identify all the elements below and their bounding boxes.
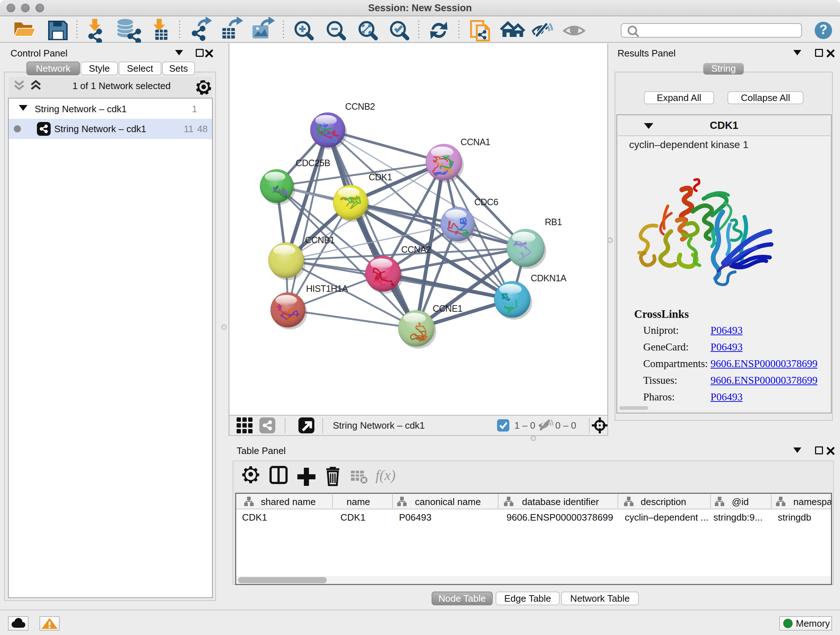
svg-text:CDK1: CDK1 bbox=[340, 512, 365, 523]
svg-text:CCNB2: CCNB2 bbox=[345, 101, 375, 111]
svg-text:canonical name: canonical name bbox=[415, 496, 481, 507]
svg-text:9606.ENSP00000378699: 9606.ENSP00000378699 bbox=[507, 512, 613, 523]
svg-text:48: 48 bbox=[197, 124, 208, 134]
svg-text:@id: @id bbox=[732, 496, 749, 507]
svg-text:stringdb:9...: stringdb:9... bbox=[714, 512, 763, 523]
svg-text:0 – 0: 0 – 0 bbox=[555, 420, 576, 431]
svg-text:database identifier: database identifier bbox=[522, 496, 599, 507]
svg-text:String Network – cdk1: String Network – cdk1 bbox=[54, 124, 146, 134]
svg-text:?: ? bbox=[819, 22, 827, 37]
svg-text:String Network – cdk1: String Network – cdk1 bbox=[35, 103, 126, 114]
svg-text:CCNA2: CCNA2 bbox=[401, 244, 431, 255]
svg-text:Memory: Memory bbox=[796, 618, 830, 629]
svg-text:CCNA1: CCNA1 bbox=[461, 137, 490, 147]
svg-text:stringdb: stringdb bbox=[778, 512, 812, 523]
svg-text:name: name bbox=[347, 496, 370, 507]
svg-text:CDK1: CDK1 bbox=[242, 512, 267, 523]
svg-text:namespace: namespace bbox=[793, 496, 831, 507]
svg-text:shared name: shared name bbox=[261, 496, 316, 507]
svg-text:f(x): f(x) bbox=[376, 467, 396, 483]
svg-text:String Network – cdk1: String Network – cdk1 bbox=[333, 420, 425, 431]
svg-text:11: 11 bbox=[184, 124, 194, 134]
svg-text:P06493: P06493 bbox=[399, 512, 431, 523]
svg-text:CCNE1: CCNE1 bbox=[433, 303, 462, 314]
svg-text:CDK1: CDK1 bbox=[369, 172, 392, 182]
svg-text:CDKN1A: CDKN1A bbox=[531, 273, 567, 283]
svg-text:HIST1H1A: HIST1H1A bbox=[306, 283, 348, 294]
svg-text:CDC25B: CDC25B bbox=[295, 158, 330, 168]
svg-text:description: description bbox=[641, 496, 686, 507]
svg-text:CDC6: CDC6 bbox=[474, 197, 498, 207]
svg-text:1: 1 bbox=[192, 103, 197, 114]
svg-text:CCNB1: CCNB1 bbox=[305, 235, 335, 245]
svg-text:1 – 0: 1 – 0 bbox=[515, 420, 535, 431]
svg-text:cyclin–dependent ...: cyclin–dependent ... bbox=[625, 512, 708, 523]
svg-text:RB1: RB1 bbox=[545, 217, 562, 227]
